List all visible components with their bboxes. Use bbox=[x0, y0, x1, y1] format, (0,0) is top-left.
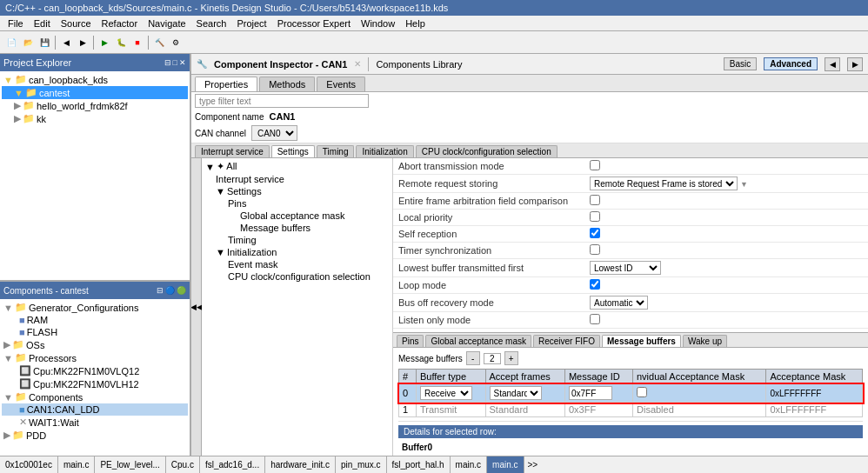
subtab-cpu-clock[interactable]: CPU clock/configuration selection bbox=[416, 145, 558, 157]
status-tab-5[interactable]: hardware_init.c bbox=[265, 456, 336, 473]
toolbar-build[interactable]: 🔨 bbox=[151, 35, 167, 50]
checkbox-self-reception[interactable] bbox=[590, 228, 600, 238]
inspector-back[interactable]: ◀ bbox=[825, 57, 840, 71]
stree-timing[interactable]: Timing bbox=[204, 234, 391, 246]
stree-settings[interactable]: ▼Settings bbox=[204, 185, 391, 197]
status-tab-8[interactable]: main.c bbox=[451, 456, 487, 473]
subtab-interrupt[interactable]: Interrupt service bbox=[195, 145, 270, 157]
toolbar-open[interactable]: 📂 bbox=[20, 35, 36, 50]
components-icon3[interactable]: 🟢 bbox=[177, 286, 186, 295]
menu-help[interactable]: Help bbox=[401, 17, 430, 30]
msg-buf-plus[interactable]: + bbox=[504, 351, 518, 365]
stree-all[interactable]: ▼✦ All bbox=[204, 160, 391, 173]
library-tab[interactable]: Components Library bbox=[376, 59, 462, 70]
stree-msg-buffers[interactable]: Message buffers bbox=[204, 222, 391, 234]
row0-buffer-type[interactable]: Receive Transmit bbox=[420, 386, 472, 400]
toolbar-forward[interactable]: ▶ bbox=[75, 35, 90, 50]
stree-pins[interactable]: Pins bbox=[204, 197, 391, 210]
menu-processor-expert[interactable]: Processor Expert bbox=[273, 17, 355, 30]
checkbox-entire-frame[interactable] bbox=[590, 195, 600, 205]
stree-initialization[interactable]: ▼Initialization bbox=[204, 246, 391, 258]
toolbar-debug[interactable]: 🐛 bbox=[113, 35, 129, 50]
comp-tree-oss[interactable]: ▶ 📁 OSs bbox=[2, 338, 188, 351]
msg-buf-minus[interactable]: - bbox=[466, 351, 480, 365]
checkbox-loop-mode[interactable] bbox=[590, 279, 600, 290]
status-tab-9-active[interactable]: main.c bbox=[487, 456, 524, 473]
checkbox-abort-tx[interactable] bbox=[590, 160, 600, 170]
checkbox-listen-only[interactable] bbox=[590, 314, 600, 324]
status-tab-0[interactable]: 0x1c0001ec bbox=[0, 456, 58, 473]
collapse-button[interactable]: ◀◀ bbox=[191, 158, 202, 456]
advanced-btn[interactable]: Advanced bbox=[764, 57, 818, 70]
tree-item-hello-world[interactable]: ▶ 📁 hello_world_frdmk82f bbox=[2, 99, 188, 112]
checkbox-timer-sync[interactable] bbox=[590, 244, 600, 255]
tree-item-kk[interactable]: ▶ 📁 kk bbox=[2, 112, 188, 125]
select-remote-request[interactable]: Remote Request Frame is stored Disabled bbox=[590, 177, 738, 190]
can-channel-select[interactable]: CAN0 CAN1 bbox=[251, 125, 297, 141]
tab-events[interactable]: Events bbox=[317, 77, 365, 91]
status-tab-7[interactable]: fsl_port_hal.h bbox=[387, 456, 451, 473]
comp-tree-processors[interactable]: ▼ 📁 Processors bbox=[2, 351, 188, 364]
toolbar-new[interactable]: 📄 bbox=[3, 35, 19, 50]
row0-ind-mask-checkbox[interactable] bbox=[637, 387, 647, 397]
btab-pins[interactable]: Pins bbox=[397, 335, 424, 347]
subtab-initialization[interactable]: Initialization bbox=[356, 145, 413, 157]
comp-tree-components[interactable]: ▼ 📁 Components bbox=[2, 390, 188, 403]
tree-item-can-loopback[interactable]: ▼ 📁 can_loopback_kds bbox=[2, 73, 188, 86]
comp-tree-generator[interactable]: ▼ 📁 Generator_Configurations bbox=[2, 301, 188, 314]
toolbar-stop[interactable]: ■ bbox=[130, 35, 145, 50]
menu-edit[interactable]: Edit bbox=[30, 17, 55, 30]
inspector-forward[interactable]: ▶ bbox=[847, 57, 863, 71]
status-tab-4[interactable]: fsl_adc16_d... bbox=[200, 456, 265, 473]
comp-tree-flash[interactable]: ■ FLASH bbox=[2, 326, 188, 338]
toolbar-settings[interactable]: ⚙ bbox=[168, 35, 184, 50]
row0-msg-id[interactable] bbox=[569, 386, 612, 400]
menu-navigate[interactable]: Navigate bbox=[144, 17, 190, 30]
checkbox-local-priority[interactable] bbox=[590, 211, 600, 222]
btab-global-accept[interactable]: Global acceptance mask bbox=[425, 335, 531, 347]
components-icon2[interactable]: 🔵 bbox=[165, 286, 175, 295]
status-tab-6[interactable]: pin_mux.c bbox=[336, 456, 387, 473]
comp-tree-pdd[interactable]: ▶ 📁 PDD bbox=[2, 429, 188, 442]
menu-file[interactable]: File bbox=[3, 17, 28, 30]
status-overflow[interactable]: >> bbox=[524, 459, 542, 470]
status-tab-1[interactable]: main.c bbox=[58, 456, 95, 473]
select-lowest-buffer[interactable]: Lowest ID Lowest buffer bbox=[590, 261, 661, 275]
comp-tree-ram[interactable]: ■ RAM bbox=[2, 314, 188, 326]
menu-project[interactable]: Project bbox=[232, 17, 270, 30]
menu-refactor[interactable]: Refactor bbox=[97, 17, 143, 30]
basic-btn[interactable]: Basic bbox=[724, 57, 757, 70]
comp-tree-cpu1[interactable]: 🔲 Cpu:MK22FN1M0VLQ12 bbox=[2, 364, 188, 377]
btab-receiver-fifo[interactable]: Receiver FIFO bbox=[533, 335, 600, 347]
btab-message-buffers[interactable]: Message buffers bbox=[602, 335, 681, 347]
btab-wake-up[interactable]: Wake up bbox=[683, 335, 727, 347]
buffer-row-1[interactable]: 1 Transmit Standard 0x3FF Disabled 0xLFF… bbox=[399, 403, 863, 417]
tab-properties[interactable]: Properties bbox=[195, 77, 257, 91]
stree-interrupt[interactable]: Interrupt service bbox=[204, 173, 391, 185]
filter-input[interactable] bbox=[195, 94, 369, 108]
toolbar-run[interactable]: ▶ bbox=[97, 35, 112, 50]
stree-cpu-clock[interactable]: CPU clock/configuration selection bbox=[204, 270, 391, 283]
components-icon1[interactable]: ⊟ bbox=[157, 286, 164, 295]
menu-source[interactable]: Source bbox=[57, 17, 96, 30]
tab-methods[interactable]: Methods bbox=[259, 77, 315, 91]
subtab-settings[interactable]: Settings bbox=[271, 145, 315, 157]
menu-search[interactable]: Search bbox=[192, 17, 231, 30]
row0-accept-frames[interactable]: Standard Extended bbox=[490, 386, 542, 400]
tree-item-cantest[interactable]: ▼ 📁 cantest bbox=[2, 86, 188, 99]
subtab-timing[interactable]: Timing bbox=[317, 145, 355, 157]
project-explorer-restore[interactable]: □ bbox=[173, 58, 177, 67]
toolbar-save[interactable]: 💾 bbox=[37, 35, 52, 50]
toolbar-back[interactable]: ◀ bbox=[58, 35, 74, 50]
project-explorer-close[interactable]: ✕ bbox=[179, 58, 186, 67]
menu-window[interactable]: Window bbox=[357, 17, 399, 30]
stree-global-accept[interactable]: Global acceptance mask bbox=[204, 210, 391, 222]
status-tab-3[interactable]: Cpu.c bbox=[166, 456, 200, 473]
stree-event-mask[interactable]: Event mask bbox=[204, 258, 391, 270]
project-explorer-minimize[interactable]: ⊟ bbox=[164, 58, 171, 67]
comp-tree-wait1[interactable]: ✕ WAIT1:Wait bbox=[2, 416, 188, 429]
status-tab-2[interactable]: PE_low_level... bbox=[95, 456, 165, 473]
buffer-row-0[interactable]: 0 Receive Transmit Standard bbox=[399, 384, 863, 403]
comp-tree-can1[interactable]: ■ CAN1:CAN_LDD bbox=[2, 403, 188, 416]
select-bus-off[interactable]: Automatic Manual bbox=[590, 296, 648, 310]
